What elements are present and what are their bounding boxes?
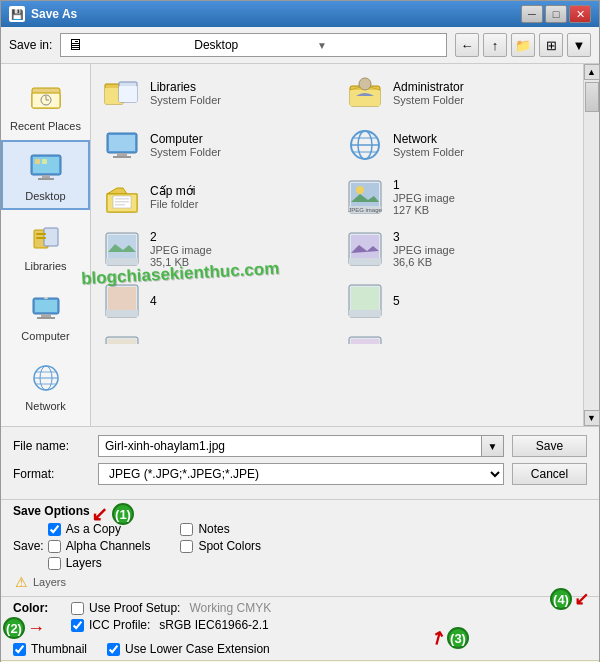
svg-rect-8	[38, 178, 54, 180]
file-item-libraries-info: Libraries System Folder	[150, 80, 221, 106]
warning-text: Layers	[33, 576, 66, 588]
file-item-img3-info: 3 JPEG image 36,6 KB	[393, 230, 455, 268]
spot-colors-option[interactable]: Spot Colors	[180, 539, 261, 553]
file-item-network-type: System Folder	[393, 146, 464, 158]
file-item-img3-size: 36,6 KB	[393, 256, 455, 268]
layers-label: Layers	[66, 556, 102, 570]
cancel-button[interactable]: Cancel	[512, 463, 587, 485]
file-name-control: ▼	[98, 435, 504, 457]
use-proof-setup-option[interactable]: Use Proof Setup: Working CMYK	[71, 601, 271, 615]
file-area-wrapper: Libraries System Folder	[91, 64, 599, 426]
title-bar: 💾 Save As ─ □ ✕	[1, 1, 599, 27]
file-item-img1-info: 1 JPEG image 127 KB	[393, 178, 455, 216]
file-item-img5[interactable]: 5	[338, 276, 579, 326]
administrator-folder-icon	[345, 73, 385, 113]
views-arrow-button[interactable]: ▼	[567, 33, 591, 57]
color-section: Color: Use Proof Setup: Working CMYK ICC…	[1, 596, 599, 638]
file-item-img3[interactable]: 3 JPEG image 36,6 KB	[338, 224, 579, 274]
file-item-img1[interactable]: JPEG image 1 JPEG image 127 KB	[338, 172, 579, 222]
views-button[interactable]: ⊞	[539, 33, 563, 57]
up-button[interactable]: ↑	[483, 33, 507, 57]
file-item-img6[interactable]: 6	[95, 328, 336, 344]
file-item-img1-type: JPEG image	[393, 192, 455, 204]
svg-rect-43	[115, 198, 129, 200]
svg-rect-62	[349, 310, 381, 317]
save-options-section: Save Options Save: As a Copy Alpha Chann…	[1, 499, 599, 596]
file-item-administrator[interactable]: Administrator System Folder	[338, 68, 579, 118]
file-item-img2-size: 35,1 KB	[150, 256, 212, 268]
maximize-button[interactable]: □	[545, 5, 567, 23]
recent-places-label: Recent Places	[10, 120, 81, 132]
back-button[interactable]: ←	[455, 33, 479, 57]
sidebar-item-computer[interactable]: Computer	[1, 280, 90, 350]
location-text: Desktop	[194, 38, 317, 52]
img7-icon	[345, 333, 385, 344]
svg-rect-14	[36, 237, 46, 239]
desktop-icon	[26, 148, 66, 188]
layers-option[interactable]: Layers	[48, 556, 151, 570]
scroll-down-button[interactable]: ▼	[584, 410, 600, 426]
file-item-cap-moi-info: Cấp mới File folder	[150, 184, 198, 210]
sidebar-item-network[interactable]: Network	[1, 350, 90, 420]
file-item-img4-info: 4	[150, 294, 157, 308]
file-name-input[interactable]	[98, 435, 482, 457]
img2-icon	[102, 229, 142, 269]
save-label: Save:	[13, 539, 44, 553]
alpha-channels-option[interactable]: Alpha Channels	[48, 539, 151, 553]
circle-2: (2)	[3, 617, 25, 639]
desktop-label: Desktop	[25, 190, 65, 202]
minimize-button[interactable]: ─	[521, 5, 543, 23]
svg-rect-52	[108, 235, 136, 259]
file-list[interactable]: Libraries System Folder	[91, 64, 583, 344]
cap-moi-icon	[102, 177, 142, 217]
scroll-up-button[interactable]: ▲	[584, 64, 600, 80]
sidebar-item-libraries[interactable]: Libraries	[1, 210, 90, 280]
svg-rect-12	[44, 228, 58, 246]
thumbnail-row: Thumbnail Use Lower Case Extension (4) ↙	[1, 638, 599, 660]
annotation-2: (2) →	[3, 617, 45, 639]
bottom-section: File name: ▼ Save Format: JPEG (*.JPG;*.…	[1, 426, 599, 499]
file-item-network[interactable]: Network System Folder	[338, 120, 579, 170]
file-item-computer-info: Computer System Folder	[150, 132, 221, 158]
svg-rect-9	[35, 159, 40, 164]
thumbnail-label: Thumbnail	[31, 642, 87, 656]
scroll-thumb[interactable]	[585, 82, 599, 112]
notes-option[interactable]: Notes	[180, 522, 261, 536]
img1-icon: JPEG image	[345, 177, 385, 217]
file-item-network-info: Network System Folder	[393, 132, 464, 158]
scrollbar[interactable]: ▲ ▼	[583, 64, 599, 426]
sidebar-item-desktop[interactable]: Desktop	[1, 140, 90, 210]
close-button[interactable]: ✕	[569, 5, 591, 23]
file-item-img5-info: 5	[393, 294, 400, 308]
img6-icon	[102, 333, 142, 344]
location-dropdown[interactable]: 🖥 Desktop ▼	[60, 33, 447, 57]
file-item-libraries-name: Libraries	[150, 80, 221, 94]
sidebar: Recent Places Desktop	[1, 64, 91, 426]
svg-rect-13	[36, 233, 46, 235]
computer-label: Computer	[21, 330, 69, 342]
file-item-img1-size: 127 KB	[393, 204, 455, 216]
file-item-computer-name: Computer	[150, 132, 221, 146]
svg-rect-59	[106, 310, 138, 317]
file-item-cap-moi[interactable]: Cấp mới File folder	[95, 172, 336, 222]
new-folder-button[interactable]: 📁	[511, 33, 535, 57]
computer-item-icon	[102, 125, 142, 165]
alpha-channels-label: Alpha Channels	[66, 539, 151, 553]
svg-rect-30	[350, 90, 380, 106]
file-item-img7[interactable]: 7	[338, 328, 579, 344]
file-item-img2[interactable]: 2 JPEG image 35,1 KB	[95, 224, 336, 274]
annotation-4: (4) ↙	[550, 588, 589, 610]
sidebar-item-recent-places[interactable]: Recent Places	[1, 70, 90, 140]
lower-case-option[interactable]: Use Lower Case Extension	[107, 642, 270, 656]
file-item-libraries[interactable]: Libraries System Folder	[95, 68, 336, 118]
thumbnail-option[interactable]: Thumbnail	[13, 642, 87, 656]
icc-profile-option[interactable]: ICC Profile: sRGB IEC61966-2.1	[71, 618, 271, 632]
svg-rect-67	[351, 339, 379, 344]
save-button[interactable]: Save	[512, 435, 587, 457]
file-item-img4[interactable]: 4	[95, 276, 336, 326]
file-item-computer[interactable]: Computer System Folder	[95, 120, 336, 170]
format-select[interactable]: JPEG (*.JPG;*.JPEG;*.JPE) PNG BMP TIFF	[98, 463, 504, 485]
circle-1: (1)	[112, 503, 134, 525]
window-title: Save As	[31, 7, 77, 21]
filename-arrow-button[interactable]: ▼	[482, 435, 504, 457]
